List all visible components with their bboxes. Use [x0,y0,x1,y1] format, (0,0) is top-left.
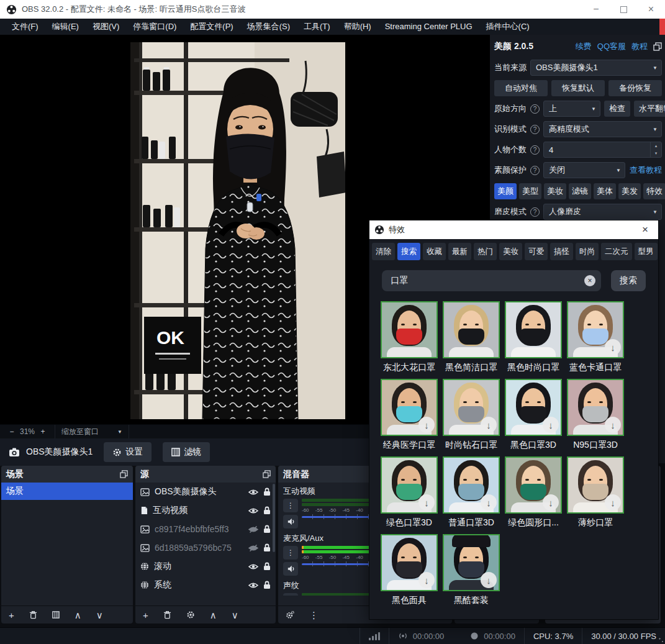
effect-item[interactable]: ↓ 黑色时尚口罩 [502,301,564,379]
close-button[interactable]: × [648,4,654,14]
help-icon[interactable]: ? [530,104,540,114]
move-scene-down-button[interactable]: ∨ [96,610,103,620]
renew-link[interactable]: 续费 [576,41,592,52]
effect-category-tab[interactable]: 搞怪 [550,243,573,260]
help-icon[interactable]: ? [530,166,540,175]
qq-support-link[interactable]: QQ客服 [597,41,626,52]
menu-item[interactable]: 编辑(E) [45,19,86,35]
remove-scene-button[interactable] [29,610,37,619]
tutorial-link[interactable]: 教程 [631,41,648,52]
effect-item[interactable]: ↓ 时尚钻石口罩 [440,379,502,456]
help-icon[interactable]: ? [530,125,540,134]
maximize-button[interactable] [620,6,627,13]
effect-category-tab[interactable]: 热门 [474,243,497,260]
effect-item[interactable]: ↓ 黑色面具 [378,534,440,612]
effect-category-tab[interactable]: 可爱 [525,243,548,260]
effect-category-tab[interactable]: 型男 [635,243,658,260]
visibility-toggle[interactable] [248,582,258,589]
beauty-action-button[interactable]: 自动对焦 [494,80,548,96]
recognition-mode-dropdown[interactable]: 高精度模式 ▼ [543,121,662,137]
move-source-down-button[interactable]: ∨ [232,610,238,620]
mixer-menu-button[interactable]: ⋮ [309,610,319,620]
channel-menu-button[interactable]: ⋮ [283,546,298,560]
source-item[interactable]: 系统 [135,576,276,594]
lock-toggle[interactable] [263,525,271,533]
beauty-tab[interactable]: 滤镜 [569,183,591,199]
move-scene-up-button[interactable]: ∧ [75,610,81,620]
visibility-toggle-hidden[interactable] [248,545,258,551]
scene-filters-button[interactable] [52,611,60,619]
effect-item[interactable]: ↓ 黑酷套装 [440,534,502,612]
beauty-tab[interactable]: 美体 [594,183,616,199]
clear-search-icon[interactable]: × [584,275,595,286]
menu-item[interactable]: 配置文件(P) [183,19,240,35]
beauty-tab[interactable]: 美型 [519,183,541,199]
zoom-in-button[interactable]: + [37,427,48,436]
lock-toggle[interactable] [263,562,271,571]
source-properties-button[interactable] [186,610,195,619]
visibility-toggle[interactable] [248,489,258,496]
channel-menu-button[interactable]: ⋮ [283,499,298,512]
settings-button[interactable]: 设置 [104,442,152,462]
effect-category-tab[interactable]: 时尚 [576,243,599,260]
lock-toggle[interactable] [263,488,271,496]
minimize-button[interactable]: − [593,4,599,14]
effect-category-tab[interactable]: 最新 [448,243,471,260]
menu-item[interactable]: 帮助(H) [337,19,378,35]
lock-toggle[interactable] [263,543,271,552]
beauty-action-button[interactable]: 恢复默认 [551,80,605,96]
beauty-tab[interactable]: 特效 [643,183,665,199]
horizontal-flip-button[interactable]: 水平翻转 [634,101,665,117]
fit-to-window-dropdown[interactable]: 缩放至窗口 ▼ [55,425,129,438]
smooth-mode-dropdown[interactable]: 人像磨皮 ▼ [543,204,662,220]
current-source-dropdown[interactable]: OBS美颜摄像头1 ▼ [530,60,662,76]
resize-grip[interactable] [659,638,664,643]
visibility-toggle[interactable] [248,563,258,570]
effect-item[interactable]: ↓ 经典医学口罩 [378,379,440,456]
beauty-tab[interactable]: 美发 [618,183,641,199]
source-item[interactable]: c8917f4ebbfbfe5ff3 [135,520,276,538]
beauty-tab[interactable]: 美颜 [494,183,517,199]
spin-up-icon[interactable]: ▴ [651,142,661,150]
visibility-toggle[interactable] [248,507,258,514]
menu-item[interactable]: 文件(F) [5,19,45,35]
effect-search-input[interactable] [382,270,601,291]
menu-item[interactable]: 插件中心(C) [479,19,536,35]
source-item[interactable]: 互动视频 [135,501,276,520]
visibility-toggle-hidden[interactable] [248,526,258,533]
view-tutorial-link[interactable]: 查看教程 [629,165,662,176]
effect-item[interactable]: ↓ 绿色口罩3D [378,456,440,534]
menu-item[interactable]: Streaming Center PLUG [378,19,479,35]
source-item[interactable]: 6d18859a5796bc75 [135,538,276,557]
source-item[interactable]: 滚动 [135,557,276,576]
effect-category-tab[interactable]: 美妆 [499,243,522,260]
effect-category-tab[interactable]: 清除 [372,243,395,260]
menu-item[interactable]: 视图(V) [86,19,126,35]
effect-category-tab[interactable]: 二次元 [601,243,632,260]
remove-source-button[interactable] [163,610,171,619]
orientation-dropdown[interactable]: 上 ▼ [543,101,600,117]
mute-button[interactable] [283,562,298,576]
scene-item[interactable]: 场景 [1,483,133,500]
popout-icon[interactable] [120,470,128,478]
menu-item[interactable]: 停靠窗口(D) [126,19,183,35]
beauty-tab[interactable]: 美妆 [544,183,566,199]
effect-category-tab[interactable]: 收藏 [423,243,446,260]
lock-toggle[interactable] [263,581,271,589]
add-source-button[interactable]: + [143,610,148,620]
filters-button[interactable]: 滤镜 [163,442,210,462]
effect-item[interactable]: ↓ 绿色圆形口... [502,456,564,534]
close-icon[interactable]: × [637,224,653,236]
help-icon[interactable]: ? [530,207,540,217]
effect-item[interactable]: ↓ 普通口罩3D [440,456,502,534]
menu-item[interactable]: 场景集合(S) [240,19,297,35]
source-item[interactable]: OBS美颜摄像头 [135,483,276,501]
lock-toggle[interactable] [263,506,271,515]
effect-item[interactable]: ↓ 薄纱口罩 [564,456,627,534]
effect-item[interactable]: ↓ N95口罩3D [564,379,627,456]
help-icon[interactable]: ? [530,145,540,155]
check-button[interactable]: 检查 [604,101,630,117]
person-count-spinner[interactable]: 4 ▴ ▾ [543,142,662,158]
spin-down-icon[interactable]: ▾ [651,150,661,157]
zoom-out-button[interactable]: − [6,427,17,436]
